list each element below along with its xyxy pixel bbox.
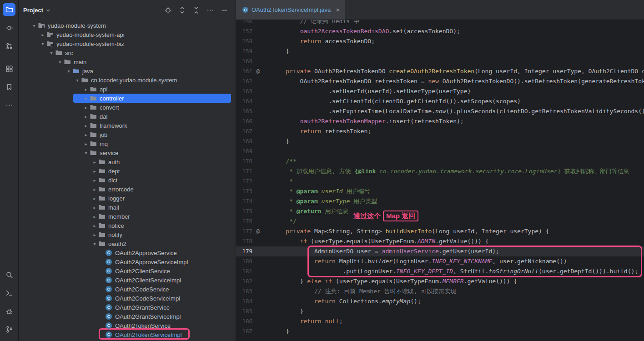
chevron-down-icon[interactable]: ▾: [39, 41, 46, 46]
hide-button[interactable]: [219, 5, 229, 15]
chevron-down-icon[interactable]: ▾: [91, 241, 98, 246]
code-line-186[interactable]: 186 return null;: [236, 316, 644, 326]
code-line-176[interactable]: 176 */: [236, 216, 644, 226]
tree-item-controller[interactable]: ▸controller: [19, 94, 236, 103]
debug-tool-button[interactable]: [3, 305, 15, 317]
tree-item-oauth2codeservice[interactable]: COAuth2CodeService: [19, 285, 236, 294]
close-icon[interactable]: ×: [336, 6, 340, 14]
tree-item-oauth2grantservice[interactable]: COAuth2GrantService: [19, 303, 236, 312]
chevron-right-icon[interactable]: ▸: [91, 205, 98, 210]
tree-item-member[interactable]: ▸member: [19, 212, 236, 221]
tree-item-errorcode[interactable]: ▸errorcode: [19, 185, 236, 194]
chevron-right-icon[interactable]: ▸: [91, 223, 98, 228]
code-line-160[interactable]: 160: [236, 56, 644, 66]
chevron-right-icon[interactable]: ▸: [39, 32, 46, 37]
code-line-185[interactable]: 185 }: [236, 306, 644, 316]
code-line-168[interactable]: 168 }: [236, 136, 644, 146]
code-line-171[interactable]: 171 * 加载用户信息, 方便 {@link cn.iocoder.yudao…: [236, 166, 644, 176]
code-line-173[interactable]: 173 * @param userId 用户编号: [236, 186, 644, 196]
tree-item-job[interactable]: ▸job: [19, 130, 236, 139]
chevron-right-icon[interactable]: ▸: [82, 114, 90, 119]
code-line-170[interactable]: 170 /**: [236, 156, 644, 166]
code-line-164[interactable]: 164 .setClientId(clientDO.getClientId())…: [236, 96, 644, 106]
chevron-right-icon[interactable]: ▸: [82, 96, 90, 101]
tree-item-oauth2grantserviceimpl[interactable]: COAuth2GrantServiceImpl: [19, 312, 236, 321]
code-line-177[interactable]: 177@ private Map<String, String> buildUs…: [236, 226, 644, 236]
chevron-down-icon[interactable]: ▾: [82, 150, 90, 155]
tree-item-oauth2tokenservice[interactable]: COAuth2TokenService: [19, 321, 236, 330]
code-line-158[interactable]: 158 return accessTokenDO;: [236, 36, 644, 46]
code-line-167[interactable]: 167 return refreshToken;: [236, 126, 644, 136]
code-line-184[interactable]: 184 return Collections.emptyMap();: [236, 296, 644, 306]
editor-tab-oauth2tokenserviceimpl[interactable]: C OAuth2TokenServiceImpl.java ×: [236, 0, 345, 20]
more-button[interactable]: [205, 5, 215, 15]
locate-button[interactable]: [163, 5, 173, 15]
more-tool-button[interactable]: [3, 99, 15, 111]
chevron-down-icon[interactable]: [45, 8, 51, 13]
code-line-180[interactable]: 180 return MapUtil.builder(LoginUser.INF…: [236, 256, 644, 266]
code-line-169[interactable]: 169: [236, 146, 644, 156]
chevron-right-icon[interactable]: ▸: [91, 232, 98, 237]
tree-item-yudao-module-system-biz[interactable]: ▾yudao-module-system-biz: [19, 39, 236, 48]
tree-item-logger[interactable]: ▸logger: [19, 194, 236, 203]
tree-item-yudao-module-system-api[interactable]: ▸yudao-module-system-api: [19, 30, 236, 39]
tree-item-auth[interactable]: ▸auth: [19, 157, 236, 166]
chevron-right-icon[interactable]: ▸: [82, 123, 90, 128]
tree-item-oauth2clientservice[interactable]: COAuth2ClientService: [19, 266, 236, 276]
code-line-174[interactable]: 174 * @param userType 用户类型: [236, 196, 644, 206]
tree-item-oauth2approveserviceimpl[interactable]: COAuth2ApproveServiceImpl: [19, 257, 236, 266]
tree-item-oauth2tokenserviceimpl[interactable]: COAuth2TokenServiceImpl: [19, 330, 236, 339]
code-line-178[interactable]: 178 if (userType.equals(UserTypeEnum.ADM…: [236, 236, 644, 246]
tree-item-mail[interactable]: ▸mail: [19, 203, 236, 212]
tree-item-main[interactable]: ▾main: [19, 57, 236, 66]
project-panel-title[interactable]: Project: [23, 7, 43, 14]
code-line-166[interactable]: 166 oauth2RefreshTokenMapper.insert(refr…: [236, 116, 644, 126]
bookmarks-tool-button[interactable]: [3, 80, 15, 93]
code-line-175[interactable]: 175 * @return 用户信息: [236, 206, 644, 216]
tree-item-mq[interactable]: ▸mq: [19, 139, 236, 148]
chevron-right-icon[interactable]: ▸: [91, 187, 98, 192]
chevron-right-icon[interactable]: ▸: [91, 160, 98, 165]
tree-item-framework[interactable]: ▸framework: [19, 121, 236, 130]
tree-item-src[interactable]: ▾src: [19, 48, 236, 57]
tree-item-oauth2[interactable]: ▾oauth2: [19, 239, 236, 248]
chevron-right-icon[interactable]: ▸: [91, 196, 98, 201]
search-tool-button[interactable]: [3, 268, 15, 281]
chevron-down-icon[interactable]: ▾: [56, 60, 64, 65]
commit-tool-button[interactable]: [3, 21, 15, 34]
terminal-tool-button[interactable]: [3, 286, 15, 299]
chevron-right-icon[interactable]: ▸: [82, 132, 90, 137]
chevron-down-icon[interactable]: ▾: [30, 23, 38, 28]
chevron-right-icon[interactable]: ▸: [82, 87, 90, 92]
tree-item-oauth2approveservice[interactable]: COAuth2ApproveService: [19, 248, 236, 257]
code-line-183[interactable]: 183 // 注意: 目前 Member 暂时不读取, 可以按需实现: [236, 286, 644, 296]
tree-item-yudao-module-system[interactable]: ▾yudao-module-system: [19, 21, 236, 30]
tree-item-convert[interactable]: ▸convert: [19, 103, 236, 112]
tree-item-service[interactable]: ▾service: [19, 148, 236, 157]
code-line-157[interactable]: 157 oauth2AccessTokenRedisDAO.set(access…: [236, 26, 644, 36]
code-line-182[interactable]: 182 } else if (userType.equals(UserTypeE…: [236, 276, 644, 286]
chevron-down-icon[interactable]: ▾: [48, 50, 55, 55]
code-line-161[interactable]: 161@ private OAuth2RefreshTokenDO create…: [236, 66, 644, 76]
tree-item-api[interactable]: ▸api: [19, 85, 236, 94]
expand-all-button[interactable]: [177, 5, 187, 15]
code-line-159[interactable]: 159 }: [236, 46, 644, 56]
tree-item-dict[interactable]: ▸dict: [19, 176, 236, 185]
code-line-172[interactable]: 172 *: [236, 176, 644, 186]
code-line-187[interactable]: 187 }: [236, 326, 644, 336]
chevron-right-icon[interactable]: ▸: [82, 141, 90, 146]
tree-item-notice[interactable]: ▸notice: [19, 221, 236, 230]
git-tool-button[interactable]: [3, 323, 15, 336]
code-editor[interactable]: 156 // 记录到 Redis 中157 oauth2AccessTokenR…: [236, 20, 644, 341]
tree-item-clipped[interactable]: ▸: [19, 339, 236, 341]
chevron-right-icon[interactable]: ▸: [91, 214, 98, 219]
tree-item-dal[interactable]: ▸dal: [19, 112, 236, 121]
tree-item-java[interactable]: ▾java: [19, 66, 236, 75]
chevron-right-icon[interactable]: ▸: [91, 178, 98, 183]
tree-item-oauth2codeserviceimpl[interactable]: COAuth2CodeServiceImpl: [19, 294, 236, 303]
tree-item-dept[interactable]: ▸dept: [19, 166, 236, 176]
pull-requests-tool-button[interactable]: [3, 40, 15, 52]
code-line-163[interactable]: 163 .setUserId(userId).setUserType(userT…: [236, 86, 644, 96]
code-line-181[interactable]: 181 .put(LoginUser.INFO_KEY_DEPT_ID, Str…: [236, 266, 644, 276]
code-line-179[interactable]: 179 AdminUserDO user = adminUserService.…: [236, 246, 644, 256]
